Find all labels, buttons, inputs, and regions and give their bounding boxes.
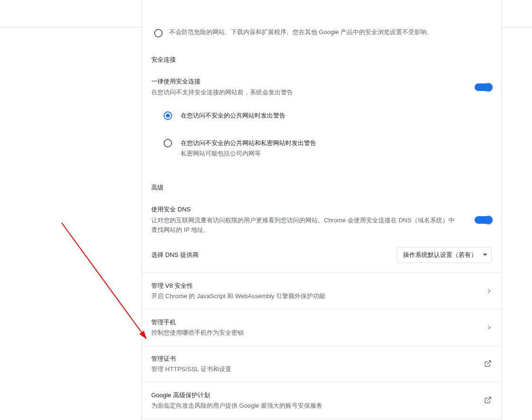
secure-connections-heading: 安全连接	[151, 55, 492, 64]
no-protection-radio-row[interactable]: 不会防范危险的网站、下载内容和扩展程序。您在其他 Google 产品中的安全浏览…	[142, 27, 501, 37]
manage-phones-label: 管理手机	[151, 318, 244, 327]
secure-dns-label: 使用安全 DNS	[151, 205, 455, 214]
divider	[142, 419, 501, 419]
warn-public-label: 在您访问不安全的公共网站时发出警告	[181, 111, 285, 120]
radio-selected-icon	[164, 111, 172, 120]
manage-certificates-desc: 管理 HTTPS/SSL 证书和设置	[151, 365, 231, 374]
external-link-icon	[484, 360, 492, 369]
manage-v8-row[interactable]: 管理 V8 安全性 开启 Chrome 的 JavaScript 和 WebAs…	[142, 273, 501, 309]
secure-dns-row: 使用安全 DNS 让对您的互联网流量有访问权限的用户更难看到您访问的网站。Chr…	[151, 205, 492, 235]
warn-public-radio-row[interactable]: 在您访问不安全的公共网站时发出警告	[164, 108, 492, 124]
always-https-toggle[interactable]	[475, 83, 492, 91]
manage-v8-desc: 开启 Chrome 的 JavaScript 和 WebAssembly 引擎额…	[151, 292, 325, 301]
radio-icon	[154, 29, 163, 37]
dns-provider-selected: 操作系统默认设置（若有）	[403, 251, 477, 259]
always-https-row: 一律使用安全连接 在您访问不支持安全连接的网站前，系统会发出警告	[151, 77, 492, 97]
manage-certificates-label: 管理证书	[151, 355, 231, 363]
svg-line-2	[62, 223, 146, 338]
advanced-protection-label: Google 高级保护计划	[151, 391, 322, 400]
secure-dns-desc: 让对您的互联网流量有访问权限的用户更难看到您访问的网站。Chrome 会使用安全…	[151, 216, 455, 235]
chevron-down-icon	[483, 253, 487, 257]
dns-provider-dropdown[interactable]: 操作系统默认设置（若有）	[397, 247, 492, 263]
dns-provider-label: 选择 DNS 提供商	[151, 251, 199, 259]
svg-line-0	[487, 361, 491, 364]
always-https-desc: 在您访问不支持安全连接的网站前，系统会发出警告	[151, 88, 293, 97]
annotation-arrow	[57, 218, 152, 346]
manage-phones-desc: 控制您使用哪些手机作为安全密钥	[151, 329, 244, 337]
always-https-label: 一律使用安全连接	[151, 77, 293, 86]
external-link-icon	[484, 396, 492, 405]
advanced-protection-row[interactable]: Google 高级保护计划 为面临定向攻击风险的用户提供 Google 最强大的…	[142, 383, 501, 419]
svg-line-1	[487, 397, 491, 401]
chevron-right-icon	[486, 289, 490, 293]
warn-all-label: 在您访问不安全的公共网站和私密网站时发出警告	[181, 139, 316, 147]
chevron-right-icon	[486, 326, 490, 329]
radio-icon	[164, 139, 172, 147]
no-protection-desc: 不会防范危险的网站、下载内容和扩展程序。您在其他 Google 产品中的安全浏览…	[169, 27, 433, 37]
manage-certificates-row[interactable]: 管理证书 管理 HTTPS/SSL 证书和设置	[142, 346, 501, 382]
advanced-protection-desc: 为面临定向攻击风险的用户提供 Google 最强大的账号安保服务	[151, 402, 322, 410]
advanced-heading: 高级	[151, 183, 492, 192]
manage-phones-row[interactable]: 管理手机 控制您使用哪些手机作为安全密钥	[142, 310, 501, 346]
warn-all-radio-row[interactable]: 在您访问不安全的公共网站和私密网站时发出警告 私密网站可能包括公司内网等	[164, 135, 492, 162]
settings-card: 不会防范危险的网站、下载内容和扩展程序。您在其他 Google 产品中的安全浏览…	[141, 0, 502, 420]
secure-dns-toggle[interactable]	[475, 216, 492, 224]
warn-all-desc: 私密网站可能包括公司内网等	[181, 149, 316, 158]
manage-v8-label: 管理 V8 安全性	[151, 282, 325, 290]
